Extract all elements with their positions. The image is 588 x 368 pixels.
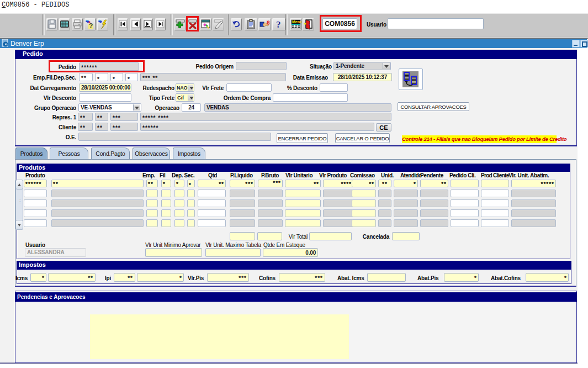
svg-text:Menu: Menu <box>292 20 301 24</box>
svg-text:?: ? <box>89 22 93 30</box>
svg-text:?: ? <box>276 19 281 30</box>
